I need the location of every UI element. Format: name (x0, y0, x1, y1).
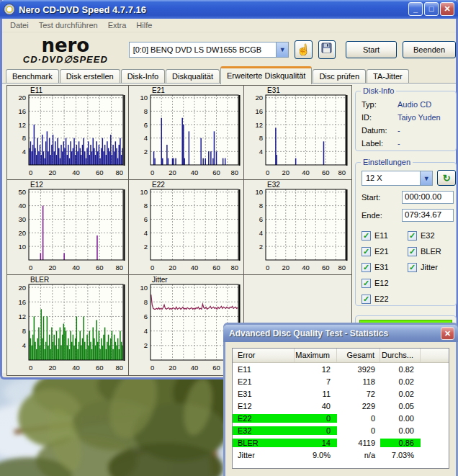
drive-select[interactable]: [0:0] BENQ DVD LS DW1655 BCGB ▼ (129, 42, 289, 58)
title-bar[interactable]: Nero CD-DVD Speed 4.7.7.16 _ □ ✕ (0, 0, 458, 19)
tab-benchmark[interactable]: Benchmark (6, 69, 59, 84)
svg-text:60: 60 (212, 264, 220, 271)
svg-text:20: 20 (169, 264, 176, 271)
refresh-speed-button[interactable]: ↻ (437, 170, 456, 186)
chart-e11: 48121620020406080E11 (7, 86, 129, 180)
menu-test-durchfuehren[interactable]: Test durchführen (34, 19, 103, 31)
svg-text:8: 8 (144, 202, 148, 210)
start-position-field[interactable]: 000:00.00 (402, 191, 454, 204)
menu-datei[interactable]: Datei (5, 19, 34, 31)
disk-id-label: ID: (362, 113, 398, 122)
close-button[interactable]: ✕ (440, 2, 454, 16)
disk-label-label: Label: (362, 139, 398, 148)
chevron-down-icon[interactable]: ▼ (420, 171, 432, 185)
svg-text:80: 80 (230, 169, 238, 176)
app-cd-icon (4, 4, 15, 15)
speed-select-value: 12 X (362, 174, 420, 182)
svg-text:8: 8 (144, 298, 148, 306)
checkbox-e22[interactable]: ✓ (362, 295, 371, 304)
svg-text:12: 12 (18, 121, 26, 129)
chart-e12: 1020304050020406080E12 (7, 180, 129, 275)
table-row-e31[interactable]: E3111720.02 (233, 387, 449, 400)
maximize-button[interactable]: □ (424, 2, 439, 16)
svg-text:6: 6 (144, 313, 148, 320)
tab-disk-erstellen[interactable]: Disk erstellen (60, 69, 120, 84)
svg-text:6: 6 (144, 121, 148, 129)
table-row-e12[interactable]: E12402290.05 (233, 400, 449, 412)
column-durchschnitt[interactable]: Durchs... (380, 349, 421, 362)
end-position-field[interactable]: 079:34.67 (402, 209, 454, 222)
checkbox-e12-label: E12 (374, 279, 389, 287)
svg-text:2: 2 (144, 243, 148, 251)
checkbox-e32[interactable]: ✓ (408, 231, 417, 241)
column-gesamt[interactable]: Gesamt (337, 349, 380, 362)
tab-diskqualitaet[interactable]: Diskqualität (166, 69, 220, 84)
checkbox-e22-label: E22 (374, 295, 389, 303)
svg-text:4: 4 (259, 229, 263, 237)
disk-label-value: - (398, 139, 400, 148)
counter-button[interactable]: ☝ (295, 40, 312, 59)
svg-text:20: 20 (48, 169, 56, 176)
start-position-label: Start: (362, 193, 402, 202)
column-maximum[interactable]: Maximum (295, 349, 337, 362)
svg-text:20: 20 (282, 264, 289, 271)
table-row-jitter[interactable]: Jitter9.0%n/a7.03% (233, 449, 449, 461)
table-row-e32[interactable]: E32000.00 (233, 424, 449, 436)
svg-text:50: 50 (18, 188, 26, 196)
table-row-bler[interactable]: BLER1441190.86 (233, 436, 449, 449)
column-error[interactable]: Error (233, 349, 295, 362)
svg-text:10: 10 (140, 188, 148, 196)
svg-text:6: 6 (144, 215, 148, 223)
svg-text:40: 40 (191, 169, 199, 176)
checkbox-e32-label: E32 (421, 231, 435, 240)
svg-text:20: 20 (48, 264, 56, 271)
drive-select-value: [0:0] BENQ DVD LS DW1655 BCGB (130, 45, 277, 54)
statistics-close-button[interactable]: ✕ (441, 327, 454, 340)
svg-text:12: 12 (18, 313, 26, 320)
menu-hilfe[interactable]: Hilfe (131, 19, 157, 31)
disk-type-label: Typ: (362, 100, 398, 109)
svg-text:20: 20 (282, 169, 289, 176)
disk-info-title: Disk-Info (361, 86, 396, 95)
svg-text:80: 80 (115, 169, 123, 176)
table-row-e11[interactable]: E111239290.82 (233, 363, 449, 375)
chart-bler: 48121620020406080BLER (7, 275, 129, 375)
tab-disk-info[interactable]: Disk-Info (121, 69, 165, 84)
checkbox-e11[interactable]: ✓ (362, 231, 371, 241)
tab-ta-jitter[interactable]: TA-Jitter (367, 69, 409, 84)
checkbox-e21-label: E21 (374, 247, 389, 256)
svg-text:4: 4 (144, 134, 148, 142)
quit-button[interactable]: Beenden (403, 41, 456, 58)
checkbox-jitter[interactable]: ✓ (408, 263, 417, 272)
save-button[interactable] (318, 40, 336, 59)
checkbox-bler[interactable]: ✓ (408, 247, 417, 256)
statistics-table: Error Maximum Gesamt Durchs... E11123929… (232, 348, 449, 469)
svg-text:80: 80 (338, 169, 346, 176)
table-row-e22[interactable]: E22000.00 (233, 412, 449, 424)
chevron-down-icon[interactable]: ▼ (276, 42, 288, 57)
checkbox-e11-label: E11 (374, 231, 388, 240)
minimize-button[interactable]: _ (408, 2, 423, 16)
svg-text:20: 20 (18, 94, 26, 102)
menu-extra[interactable]: Extra (103, 19, 132, 31)
svg-text:20: 20 (18, 284, 26, 292)
checkbox-e12[interactable]: ✓ (362, 279, 371, 288)
tab-disc-pruefen[interactable]: Disc prüfen (313, 69, 366, 84)
speed-select[interactable]: 12 X ▼ (362, 171, 433, 186)
svg-text:16: 16 (18, 107, 26, 115)
svg-text:4: 4 (144, 229, 148, 237)
statistics-title-bar[interactable]: Advanced Disc Quality Test - Statistics … (223, 325, 458, 342)
svg-text:E12: E12 (30, 181, 43, 189)
table-row-e21[interactable]: E2171180.02 (233, 375, 449, 387)
svg-text:40: 40 (302, 169, 310, 176)
svg-text:10: 10 (255, 188, 263, 196)
checkbox-e31-label: E31 (374, 263, 389, 271)
check-icon: ✓ (409, 247, 416, 256)
svg-text:E31: E31 (267, 86, 280, 94)
disk-date-value: - (398, 126, 400, 135)
checkbox-e31[interactable]: ✓ (362, 263, 371, 272)
svg-text:16: 16 (255, 107, 263, 115)
start-button[interactable]: Start (346, 41, 397, 58)
tab-erweiterte-diskqualitaet[interactable]: Erweiterte Diskqualität (220, 66, 312, 84)
checkbox-e21[interactable]: ✓ (362, 247, 371, 256)
